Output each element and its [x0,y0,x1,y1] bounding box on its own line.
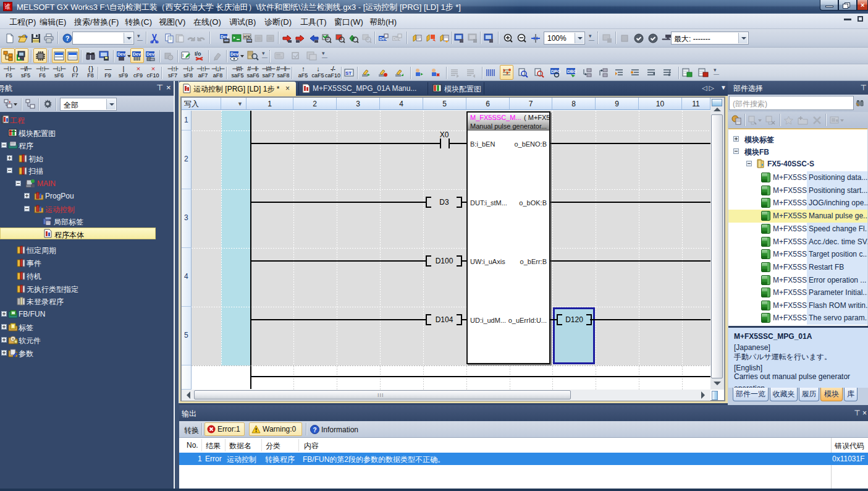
svg-text:Dev: Dev [221,35,229,39]
svg-text:Dev: Dev [230,52,238,56]
svg-text:Dev: Dev [117,52,125,56]
svg-text:Dev: Dev [133,52,141,56]
svg-text:ST: ST [345,70,352,76]
svg-text:H¦K: H¦K [243,35,251,40]
svg-text:Dev: Dev [146,52,154,56]
svg-text:I/o: I/o [195,51,201,57]
svg-text:I: I [182,53,183,58]
svg-text:?: ? [65,35,70,42]
svg-text:DBG: DBG [567,69,576,74]
svg-text:?: ? [313,427,316,433]
